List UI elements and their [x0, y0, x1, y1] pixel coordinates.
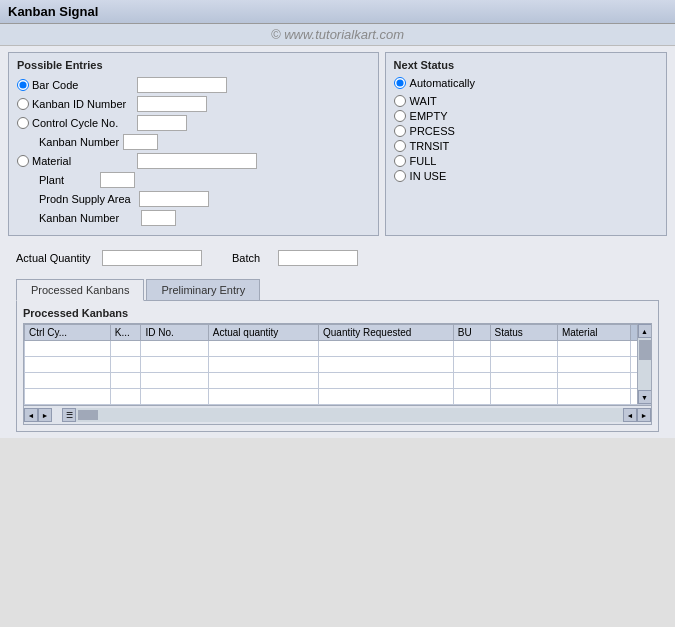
scroll-track-left-btn[interactable]: ◄	[623, 408, 637, 422]
trnsit-label: TRNSIT	[410, 140, 450, 152]
full-label: FULL	[410, 155, 437, 167]
kanban-number-2-label: Kanban Number	[39, 212, 119, 224]
plant-input[interactable]	[100, 172, 135, 188]
tab-processed-kanbans[interactable]: Processed Kanbans	[16, 279, 144, 301]
bar-code-label: Bar Code	[32, 79, 78, 91]
table-row	[25, 341, 651, 357]
possible-entries-panel: Possible Entries Bar Code Kanban ID Numb…	[8, 52, 379, 236]
horizontal-scroll-track[interactable]	[76, 408, 623, 422]
col-material: Material	[557, 325, 631, 341]
columns-adjust-btn[interactable]: ☰	[62, 408, 76, 422]
prodn-supply-area-label: Prodn Supply Area	[39, 193, 131, 205]
bar-code-option[interactable]: Bar Code	[17, 79, 137, 91]
scroll-right-btn[interactable]: ►	[38, 408, 52, 422]
watermark-text: © www.tutorialkart.com	[271, 27, 404, 42]
kanban-number-label: Kanban Number	[39, 136, 119, 148]
tabs-header: Processed Kanbans Preliminary Entry	[16, 278, 659, 300]
vertical-scrollbar[interactable]: ▲ ▼	[637, 324, 651, 404]
control-cycle-input[interactable]	[137, 115, 187, 131]
kanban-id-input[interactable]	[137, 96, 207, 112]
kanban-id-radio[interactable]	[17, 98, 29, 110]
possible-entries-title: Possible Entries	[17, 59, 370, 71]
trnsit-radio[interactable]	[394, 140, 406, 152]
material-label: Material	[32, 155, 71, 167]
bar-code-radio[interactable]	[17, 79, 29, 91]
auto-radio[interactable]	[394, 77, 406, 89]
col-id-no: ID No.	[141, 325, 208, 341]
bar-code-input[interactable]	[137, 77, 227, 93]
next-status-panel: Next Status Automatically WAIT EMPTY PRC…	[385, 52, 667, 236]
data-table-wrapper: Ctrl Cy... K... ID No. Actual quantity Q…	[23, 323, 652, 425]
wait-label: WAIT	[410, 95, 437, 107]
horizontal-scrollbar-row: ◄ ► ☰ ◄ ►	[24, 405, 651, 424]
inuse-radio[interactable]	[394, 170, 406, 182]
material-input[interactable]	[137, 153, 257, 169]
col-bu: BU	[453, 325, 490, 341]
table-row	[25, 373, 651, 389]
kanban-number-input[interactable]	[123, 134, 158, 150]
plant-label: Plant	[39, 174, 64, 186]
material-option[interactable]: Material	[17, 155, 137, 167]
title-bar: Kanban Signal	[0, 0, 675, 24]
scroll-left-btn[interactable]: ◄	[24, 408, 38, 422]
empty-radio[interactable]	[394, 110, 406, 122]
next-status-title: Next Status	[394, 59, 658, 71]
watermark-bar: © www.tutorialkart.com	[0, 24, 675, 46]
scroll-track-right-btn[interactable]: ►	[637, 408, 651, 422]
tabs-container: Processed Kanbans Preliminary Entry Proc…	[8, 278, 667, 432]
table-row	[25, 357, 651, 373]
kanban-number-2-input[interactable]	[141, 210, 176, 226]
quantity-batch-row: Actual Quantity Batch	[8, 244, 667, 272]
col-actual-qty: Actual quantity	[208, 325, 318, 341]
empty-label: EMPTY	[410, 110, 448, 122]
prodn-supply-area-input[interactable]	[139, 191, 209, 207]
horizontal-scroll-handle	[78, 410, 98, 420]
app-title: Kanban Signal	[8, 4, 98, 19]
actual-quantity-label: Actual Quantity	[16, 252, 96, 264]
col-k: K...	[110, 325, 141, 341]
inuse-label: IN USE	[410, 170, 447, 182]
col-qty-requested: Quantity Requested	[319, 325, 454, 341]
kanban-id-option[interactable]: Kanban ID Number	[17, 98, 137, 110]
tab-content: Processed Kanbans Ctrl Cy... K... ID No.…	[16, 300, 659, 432]
wait-radio[interactable]	[394, 95, 406, 107]
prcess-radio[interactable]	[394, 125, 406, 137]
col-status: Status	[490, 325, 557, 341]
material-radio[interactable]	[17, 155, 29, 167]
table-row	[25, 389, 651, 405]
scroll-up-btn[interactable]: ▲	[638, 324, 652, 338]
data-table: Ctrl Cy... K... ID No. Actual quantity Q…	[24, 324, 651, 405]
actual-quantity-input[interactable]	[102, 250, 202, 266]
control-cycle-option[interactable]: Control Cycle No.	[17, 117, 137, 129]
col-ctrl-cy: Ctrl Cy...	[25, 325, 111, 341]
kanban-id-label: Kanban ID Number	[32, 98, 126, 110]
scroll-thumb[interactable]	[639, 340, 651, 360]
tab-preliminary-entry[interactable]: Preliminary Entry	[146, 279, 260, 301]
control-cycle-label: Control Cycle No.	[32, 117, 118, 129]
batch-label: Batch	[232, 252, 272, 264]
auto-label: Automatically	[410, 77, 475, 89]
full-radio[interactable]	[394, 155, 406, 167]
scroll-down-btn[interactable]: ▼	[638, 390, 652, 404]
control-cycle-radio[interactable]	[17, 117, 29, 129]
prcess-label: PRCESS	[410, 125, 455, 137]
table-section-title: Processed Kanbans	[23, 307, 652, 319]
batch-input[interactable]	[278, 250, 358, 266]
